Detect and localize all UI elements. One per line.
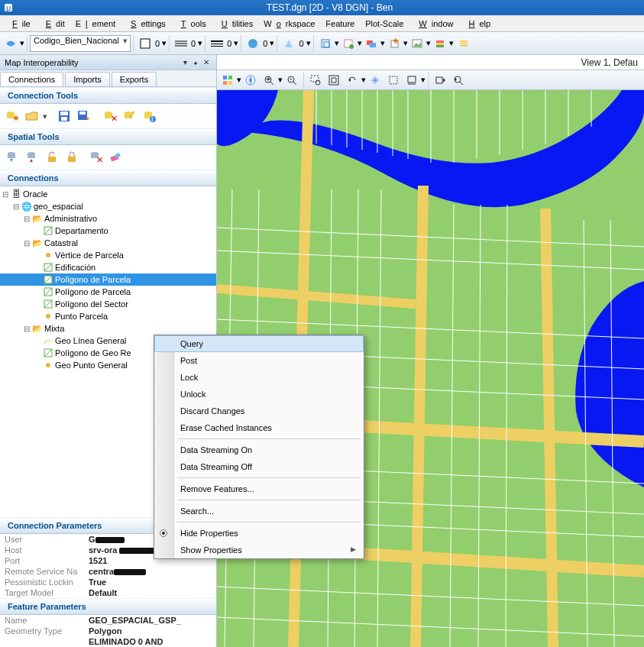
save-icon[interactable] [55,107,73,125]
db-up-icon[interactable] [23,148,41,167]
ctx-discard[interactable]: Discard Changes [154,403,364,419]
prev-view-icon[interactable] [432,72,448,89]
ctx-query[interactable]: Query [154,335,364,352]
svg-rect-48 [28,154,35,158]
ctx-lock[interactable]: Lock [154,369,364,386]
globe-icon[interactable] [244,35,261,52]
tree-item-selected[interactable]: Polígono de Parcela [0,273,216,286]
select-rect-icon[interactable] [385,72,402,89]
dropdown-caret-icon[interactable]: ▾ [358,38,362,48]
tab-imports[interactable]: Imports [65,72,110,86]
dropdown-caret-icon[interactable]: ▾ [20,38,24,48]
fill-none-icon[interactable] [137,35,154,52]
menu-file[interactable]: File [3,18,35,30]
menu-utilities[interactable]: Utilities [212,18,257,30]
ctx-erase[interactable]: Erase Cached Instances [154,419,364,436]
tree-item[interactable]: Polígono de Parcela [0,286,216,298]
attribute-selector[interactable]: Codigo_Bien_Nacional [30,35,131,52]
lock-closed-icon[interactable] [63,148,81,167]
zoom-window-icon[interactable] [307,72,324,89]
dropdown-caret-icon[interactable]: ▾ [403,38,408,48]
overlay-icon[interactable] [363,35,380,52]
fit-view-icon[interactable] [325,72,342,89]
stack-icon[interactable] [432,35,448,52]
dropdown-caret-icon[interactable]: ▾ [335,38,339,48]
dropdown-caret-icon[interactable]: ▾ [426,38,431,48]
menu-settings[interactable]: Settings [121,18,170,30]
tree-admin[interactable]: ⊟📂Administrativo [0,212,216,225]
panel-menu-icon[interactable]: ▾ [180,58,190,66]
dropdown-caret-icon[interactable]: ▾ [306,38,311,48]
ctx-post[interactable]: Post [154,352,364,369]
picture-icon[interactable] [409,35,426,52]
eraser-icon[interactable] [107,148,125,167]
menu-tools[interactable]: Tools [172,18,211,30]
ctx-remove-feat[interactable]: Remove Features... [154,480,364,497]
dropdown-caret-icon[interactable]: ▾ [449,38,454,48]
menu-window[interactable]: Window [409,18,458,30]
tree-mixta[interactable]: ⊟📂Mixta [0,322,216,335]
db-edit-icon[interactable] [121,107,139,125]
pin-icon[interactable]: ⬥ [190,58,201,66]
db-remove-icon[interactable]: ✕ [101,107,119,125]
view-attrs-icon[interactable] [219,72,236,89]
lineweight-value[interactable]: 0 [227,39,231,48]
level-value[interactable]: 0 [263,39,267,48]
star-overlay-icon[interactable]: ★ [386,35,403,52]
tree-item[interactable]: Departamento [0,225,216,237]
fill-value[interactable]: 0 [155,39,160,48]
menu-plotscale[interactable]: Plot-Scale [361,18,408,30]
menu-element[interactable]: Element [71,18,120,30]
ctx-stream-on[interactable]: Data Streaming On [154,442,364,458]
menu-workspace[interactable]: Workspace [259,18,319,30]
transparency-value[interactable]: 0 [299,39,303,48]
compass-icon[interactable] [242,72,259,89]
dropdown-caret-icon[interactable]: ▾ [162,38,167,48]
db-add-icon[interactable]: ★ [3,107,21,125]
ctx-unlock[interactable]: Unlock [154,386,364,403]
ctx-search[interactable]: Search... [154,503,364,519]
close-icon[interactable]: ✕ [201,58,212,66]
dropdown-caret-icon[interactable]: ▾ [380,38,385,48]
linestyle-icon[interactable] [173,35,189,52]
db-info-icon[interactable]: i [141,107,159,125]
tab-exports[interactable]: Exports [112,72,157,86]
zoom-in-icon[interactable]: + [261,72,277,89]
dropdown-caret-icon[interactable]: ▾ [270,38,274,48]
folder-open-icon[interactable] [23,107,41,125]
panel-title-bar[interactable]: Map Interoperability ▾ ⬥ ✕ [0,55,216,70]
ctx-stream-off[interactable]: Data Streaming Off [154,458,364,475]
zoom-prev-icon[interactable] [450,72,467,89]
linestyle-value[interactable]: 0 [191,39,196,48]
tree-item[interactable]: Edificación [0,261,216,273]
tab-connections[interactable]: Connections [0,72,63,86]
zoom-out-icon[interactable]: - [283,72,300,89]
menu-edit[interactable]: Edit [37,18,70,30]
db-delete-icon[interactable]: ✕ [87,148,105,167]
transparency-icon[interactable] [280,35,297,52]
lineweight-icon[interactable] [209,35,225,52]
tree-item[interactable]: Vértice de Parcela [0,249,216,261]
tree-root-oracle[interactable]: ⊟🗄Oracle [0,188,216,200]
dropdown-caret-icon[interactable]: ▾ [198,38,202,48]
dropdown-caret-icon[interactable]: ▾ [234,38,238,48]
box-icon[interactable] [317,35,334,52]
rotate-icon[interactable] [344,72,361,89]
db-down-icon[interactable] [3,148,21,167]
menu-help[interactable]: Help [460,18,496,30]
tree-db[interactable]: ⊟🌐geo_espacial [0,200,216,212]
pan-icon[interactable] [367,72,383,89]
menu-feature[interactable]: Feature [321,18,359,30]
ctx-hide-props[interactable]: Hide Properties [154,525,364,542]
tree-catastral[interactable]: ⊟📂Catastral [0,237,216,249]
tree-item[interactable]: Polígono del Sector [0,298,216,310]
rect-icon[interactable] [340,35,357,52]
lock-open-icon[interactable] [43,148,61,167]
clip-icon[interactable] [403,72,420,89]
tool-icon[interactable] [2,35,19,52]
dropdown-caret-icon[interactable]: ▾ [43,112,47,121]
ctx-show-props[interactable]: Show Properties▶ [154,542,364,558]
books-icon[interactable] [455,35,471,52]
tree-item[interactable]: Punto Parcela [0,310,216,322]
save-as-icon[interactable] [75,107,93,125]
